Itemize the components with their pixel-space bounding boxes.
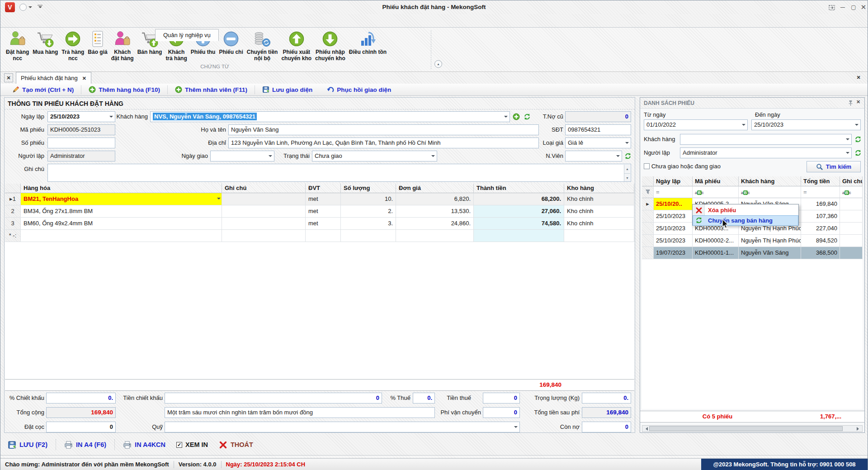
ribbon-item-chuyen-tien-noi-bo[interactable]: Chuyển tiền nội bộ [245,29,280,62]
tien-chiet-khau-field[interactable]: 0 [165,393,382,404]
trong-luong-field[interactable]: 0. [582,393,631,404]
ngay-giao-field[interactable] [210,151,274,161]
chevron-down-icon[interactable] [504,116,508,118]
add-item-button[interactable]: Thêm hàng hóa (F10) [81,84,167,96]
thue-pct-field[interactable]: 0. [413,393,435,404]
save-button[interactable]: LƯU (F2) [5,441,56,449]
doc-tab-phieu-khach-dat-hang[interactable]: Phiếu khách đặt hàng✕ [16,72,91,84]
sp-nguoi-lap-field[interactable]: Administrator [680,147,852,158]
xem-in-checkbox[interactable]: ✓XEM IN [174,441,216,448]
memo-scrollbar[interactable]: ▲▼ [624,165,630,182]
chevron-down-icon[interactable] [625,142,629,144]
items-grid-row-3[interactable]: 3 BM60, Ống 49x2.4mm BM met 3. 24,860. 7… [5,218,634,230]
pin-icon[interactable] [847,100,854,107]
ribbon-item-phieu-nhap-chuyen-kho[interactable]: Phiếu nhập chuyển kho [313,29,347,62]
scroll-right-icon[interactable] [857,427,861,431]
close-button[interactable]: ✕ [859,4,868,11]
chevron-down-icon[interactable] [855,124,859,126]
items-grid-new-row[interactable]: * -: [5,230,634,242]
chiet-khau-pct-field[interactable]: 0. [46,393,116,404]
new-button[interactable]: Tạo mới (Ctrl + N) [5,84,81,96]
ghi-chu-field[interactable]: ▲▼ [47,164,631,182]
scroll-down-icon[interactable]: ▼ [624,173,630,182]
den-ngay-field[interactable]: 25/10/2023 [751,119,861,130]
quick-access-dropdown-icon[interactable] [28,6,32,8]
chevron-down-icon[interactable] [269,155,272,157]
chua-giao-checkbox[interactable]: Chưa giao hoặc đang giao [644,163,721,170]
maximize-button[interactable]: ▢ [849,4,859,11]
refresh-icon[interactable] [854,136,862,143]
phieu-grid-header[interactable]: Ngày lập Mã phiếu Khách hàng Tổng tiền G… [642,176,863,186]
chevron-down-icon[interactable] [846,138,849,140]
items-grid-row-1[interactable]: ▸1 BM21, TenHangHoa met 10. 6,820. 68,20… [5,193,634,205]
restore-layout-button[interactable]: Phục hồi giao diện [320,84,398,96]
add-employee-button[interactable]: Thêm nhân viên (F11) [168,84,255,96]
refresh-icon[interactable] [854,149,862,157]
minimize-button[interactable]: ─ [838,4,848,11]
chevron-down-icon[interactable] [616,155,620,157]
print-a4kcn-button[interactable]: IN A4KCN [120,441,174,449]
refresh-employee-icon[interactable] [624,152,632,160]
chevron-down-icon[interactable] [514,426,518,428]
exit-button[interactable]: THOÁT [216,441,261,449]
menu-item-xoa-phieu[interactable]: Xóa phiếu [693,205,798,215]
scroll-left-icon[interactable] [644,427,648,431]
tu-ngay-field[interactable]: 01/10/2022 [644,119,748,130]
ribbon-item-khach-dat-hang[interactable]: Khách đặt hàng [109,29,136,62]
scrollbar-thumb[interactable] [649,426,843,431]
phi-van-chuyen-field[interactable]: 0 [483,407,520,418]
panel-close-icon[interactable]: ✕ [856,99,860,105]
chevron-down-icon[interactable] [846,152,849,154]
ribbon-item-tra-hang-ncc[interactable]: Trả hàng ncc [60,29,86,62]
checkbox-checked-icon[interactable]: ✓ [176,442,182,448]
checkbox-icon[interactable] [644,163,650,169]
ribbon-collapse-icon[interactable]: ▴ [434,60,442,68]
dia-chi-field[interactable]: 123 Nguyễn Văn Linh, Phường An Lạc, Quận… [228,138,539,148]
khach-hang-field[interactable]: NVS, Nguyễn Văn Sáng, 0987654321 [150,111,510,122]
sdt-field[interactable]: 0987654321 [565,124,631,135]
chevron-down-icon[interactable] [431,155,435,157]
phieu-row-4[interactable]: 25/10/2023 KDH00002-2... Nguyễn Thị Hạnh… [642,235,863,247]
ribbon-item-bao-gia[interactable]: Báo giá [86,29,109,55]
ribbon-item-mua-hang[interactable]: Mua hàng [31,29,60,55]
phieu-grid-filter-row[interactable]: = aBc aBc = aBc [642,186,863,198]
filter-equals-icon[interactable]: = [801,186,840,198]
items-grid-header[interactable]: Hàng hóa Ghi chú ĐVT Số lượng Đơn giá Th… [5,184,634,193]
filter-abc-icon[interactable]: aBc [693,186,739,198]
chevron-down-icon[interactable] [742,124,745,126]
print-a4-button[interactable]: IN A4 (F6) [61,441,114,449]
nhan-vien-field[interactable] [565,151,622,161]
save-layout-button[interactable]: Lưu giao diện [255,84,320,96]
dat-coc-field[interactable]: 0 [46,422,116,432]
add-customer-icon[interactable] [513,113,520,120]
tab-close-icon[interactable]: ✕ [82,76,86,81]
tien-thue-field[interactable]: 0 [483,393,520,404]
menu-item-chuyen-sang-ban-hang[interactable]: Chuyển sang bán hàng [693,215,798,226]
filter-abc-icon[interactable]: aBc [840,186,863,198]
scroll-up-icon[interactable]: ▲ [624,165,630,173]
so-phieu-field[interactable] [47,138,115,148]
search-button[interactable]: Tìm kiếm [807,161,861,172]
fit-window-button[interactable] [827,4,837,11]
close-all-tabs-icon[interactable]: ✕ [4,73,13,82]
trang-thai-field[interactable]: Chưa giao [312,151,437,161]
ribbon-item-dieu-chinh-ton[interactable]: Điều chỉnh tồn [347,29,388,55]
quy-field[interactable] [165,422,520,432]
horizontal-scrollbar[interactable] [642,425,863,432]
chevron-down-icon[interactable] [217,198,221,199]
filter-equals-icon[interactable]: = [654,186,693,198]
quick-access-button[interactable] [19,4,27,11]
tab-quan-ly-nghiep-vu[interactable]: Quản lý nghiệp vụ [155,29,219,41]
ngay-lap-field[interactable]: 25/10/2023 [47,111,115,122]
ribbon-item-phieu-chi[interactable]: Phiếu chi [217,29,245,55]
ho-va-ten-field[interactable]: Nguyễn Văn Sáng [228,124,539,135]
phieu-row-5[interactable]: 19/07/2023 KDH00001-1... Nguyễn Văn Sáng… [642,247,863,259]
items-grid-row-2[interactable]: 2 BM34, Ống 27x1.8mm BM met 2. 13,530. 2… [5,205,634,218]
loai-gia-field[interactable]: Giá lẻ [565,138,631,148]
tong-tien-bang-chu-field[interactable]: Một trăm sáu mươi chín nghìn tám trăm bố… [165,407,435,418]
sp-khach-hang-field[interactable] [680,134,852,145]
ribbon-item-dat-hang-ncc[interactable]: Đặt hàng ncc [4,29,31,62]
customize-toolbar-icon[interactable] [38,5,42,8]
ribbon-item-phieu-xuat-chuyen-kho[interactable]: Phiếu xuất chuyển kho [279,29,313,62]
filter-abc-icon[interactable]: aBc [739,186,801,198]
